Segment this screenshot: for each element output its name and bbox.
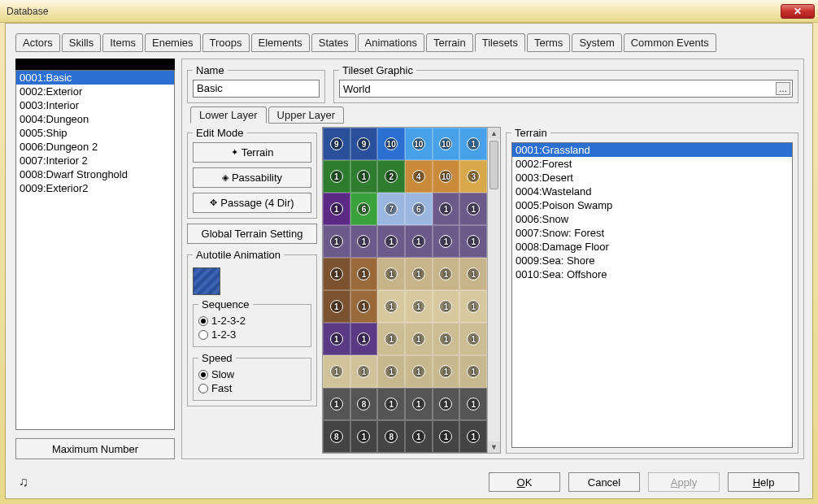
tab-animations[interactable]: Animations — [358, 33, 424, 52]
close-button[interactable]: ✕ — [781, 4, 815, 19]
sequence-option[interactable]: 1-2-3 — [198, 328, 306, 341]
tile-cell[interactable]: 10 — [433, 128, 460, 160]
list-item[interactable]: 0002:Forest — [512, 157, 792, 171]
list-item[interactable]: 0005:Ship — [16, 126, 174, 140]
tile-cell[interactable]: 1 — [459, 355, 487, 388]
tile-cell[interactable]: 1 — [433, 323, 460, 355]
list-item[interactable]: 0004:Wasteland — [512, 185, 792, 198]
tile-cell[interactable]: 1 — [377, 290, 405, 323]
tile-cell[interactable]: 1 — [405, 355, 433, 388]
tile-cell[interactable]: 1 — [433, 193, 460, 225]
tile-cell[interactable]: 6 — [350, 193, 378, 225]
tab-upper-layer[interactable]: Upper Layer — [268, 106, 345, 124]
tile-cell[interactable]: 1 — [459, 388, 487, 420]
list-item[interactable]: 0001:Grassland — [512, 143, 792, 157]
tile-cell[interactable]: 1 — [405, 290, 433, 323]
tile-cell[interactable]: 1 — [323, 323, 350, 355]
tile-cell[interactable]: 1 — [350, 225, 378, 258]
tile-cell[interactable]: 10 — [377, 128, 405, 160]
tile-cell[interactable]: 1 — [350, 258, 378, 290]
passability-button[interactable]: ◈ Passability — [193, 167, 311, 188]
music-icon[interactable]: ♫ — [19, 475, 28, 489]
tab-skills[interactable]: Skills — [62, 33, 101, 52]
tile-cell[interactable]: 2 — [377, 160, 405, 193]
sequence-option[interactable]: 1-2-3-2 — [198, 314, 306, 328]
tile-cell[interactable]: 1 — [323, 160, 350, 193]
list-item[interactable]: 0004:Dungeon — [16, 112, 174, 126]
tab-enemies[interactable]: Enemies — [145, 33, 201, 52]
list-item[interactable]: 0007:Interior 2 — [16, 154, 174, 167]
tab-terrain[interactable]: Terrain — [426, 33, 473, 52]
terrain-button[interactable]: ✦ Terrain — [193, 142, 311, 163]
list-item[interactable]: 0008:Dwarf Stronghold — [16, 167, 174, 181]
tab-common-events[interactable]: Common Events — [624, 33, 716, 52]
tile-cell[interactable]: 1 — [323, 225, 350, 258]
list-item[interactable]: 0003:Interior — [16, 98, 174, 112]
tile-cell[interactable]: 1 — [459, 225, 487, 258]
tile-cell[interactable]: 1 — [323, 388, 350, 420]
tile-cell[interactable]: 1 — [405, 420, 433, 453]
tile-cell[interactable]: 9 — [350, 128, 378, 160]
tab-lower-layer[interactable]: Lower Layer — [190, 106, 267, 124]
tab-system[interactable]: System — [572, 33, 621, 52]
scroll-down-icon[interactable]: ▼ — [488, 441, 500, 453]
tile-cell[interactable]: 1 — [350, 160, 378, 193]
tile-cell[interactable]: 1 — [459, 128, 487, 160]
tile-cell[interactable]: 1 — [433, 225, 460, 258]
tile-cell[interactable]: 3 — [459, 160, 487, 193]
speed-option[interactable]: Slow — [198, 367, 306, 381]
speed-option[interactable]: Fast — [198, 381, 306, 395]
scroll-thumb[interactable] — [489, 141, 498, 189]
tileset-list[interactable]: 0001:Basic0002:Exterior0003:Interior0004… — [15, 70, 175, 430]
tile-cell[interactable]: 1 — [459, 290, 487, 323]
tile-cell[interactable]: 1 — [323, 193, 350, 225]
tab-terms[interactable]: Terms — [527, 33, 570, 52]
tile-cell[interactable]: 8 — [350, 388, 378, 420]
tab-tilesets[interactable]: Tilesets — [475, 33, 525, 52]
tile-cell[interactable]: 1 — [433, 388, 460, 420]
tile-cell[interactable]: 1 — [377, 225, 405, 258]
tile-cell[interactable]: 1 — [350, 323, 378, 355]
list-item[interactable]: 0006:Snow — [512, 212, 792, 226]
apply-button[interactable]: Apply — [648, 472, 720, 492]
list-item[interactable]: 0007:Snow: Forest — [512, 226, 792, 240]
maximum-number-button[interactable]: Maximum Number — [15, 438, 175, 459]
help-button[interactable]: Help — [728, 472, 799, 492]
graphic-combo[interactable]: World … — [339, 80, 793, 98]
list-item[interactable]: 0002:Exterior — [16, 85, 174, 98]
tile-cell[interactable]: 1 — [377, 258, 405, 290]
tile-cell[interactable]: 1 — [433, 420, 460, 453]
tile-cell[interactable]: 6 — [405, 193, 433, 225]
tile-cell[interactable]: 1 — [377, 355, 405, 388]
tile-cell[interactable]: 1 — [459, 193, 487, 225]
tab-items[interactable]: Items — [102, 33, 143, 52]
tab-elements[interactable]: Elements — [251, 33, 310, 52]
tile-cell[interactable]: 10 — [433, 160, 460, 193]
list-item[interactable]: 0009:Exterior2 — [16, 181, 174, 195]
tile-cell[interactable]: 1 — [350, 355, 378, 388]
tile-cell[interactable]: 1 — [459, 420, 487, 453]
ellipsis-icon[interactable]: … — [776, 82, 790, 95]
tile-cell[interactable]: 1 — [323, 355, 350, 388]
tile-cell[interactable]: 1 — [433, 258, 460, 290]
tile-cell[interactable]: 4 — [405, 160, 433, 193]
global-terrain-button[interactable]: Global Terrain Setting — [187, 224, 317, 244]
tab-states[interactable]: States — [311, 33, 356, 52]
tile-cell[interactable]: 10 — [405, 128, 433, 160]
tile-cell[interactable]: 1 — [459, 323, 487, 355]
list-item[interactable]: 0005:Poison Swamp — [512, 198, 792, 212]
terrain-list[interactable]: 0001:Grassland0002:Forest0003:Desert0004… — [511, 142, 793, 448]
tile-cell[interactable]: 9 — [323, 128, 350, 160]
tab-actors[interactable]: Actors — [15, 33, 60, 52]
tile-cell[interactable]: 8 — [323, 420, 350, 453]
tile-cell[interactable]: 1 — [377, 388, 405, 420]
passage4-button[interactable]: ✥ Passage (4 Dir) — [193, 193, 311, 213]
tile-cell[interactable]: 7 — [377, 193, 405, 225]
ok-button[interactable]: OK — [489, 472, 560, 492]
list-item[interactable]: 0008:Damage Floor — [512, 240, 792, 254]
tile-cell[interactable]: 1 — [433, 290, 460, 323]
list-item[interactable]: 0009:Sea: Shore — [512, 254, 792, 267]
tile-cell[interactable]: 1 — [350, 290, 378, 323]
list-item[interactable]: 0003:Desert — [512, 171, 792, 185]
tile-cell[interactable]: 1 — [405, 258, 433, 290]
